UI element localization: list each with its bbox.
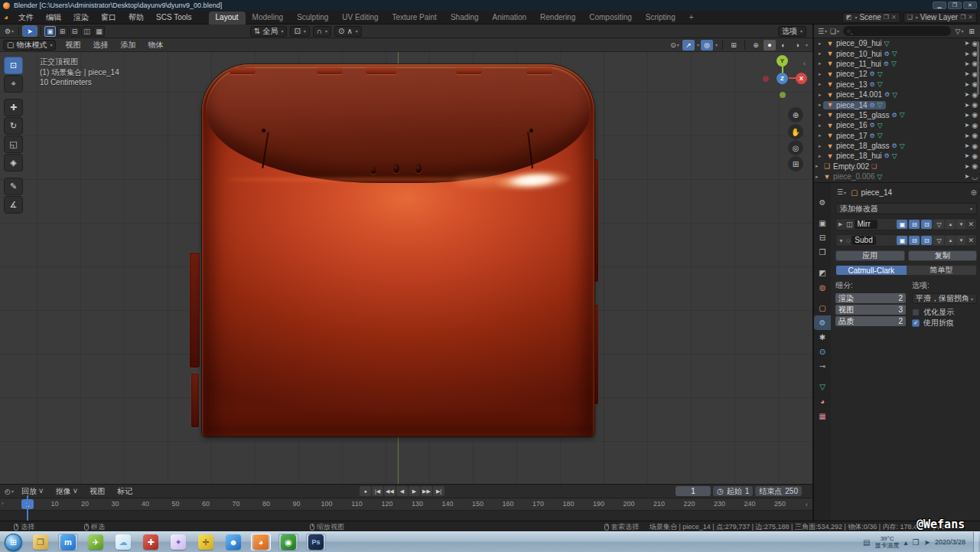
viewport-canvas[interactable]: 正交顶视图 (1) 场景集合 | piece_14 10 Centimeters…	[0, 52, 812, 484]
properties-tab-view-layer[interactable]: ❐	[814, 245, 831, 260]
display-oncage-toggle[interactable]: ▽	[933, 236, 944, 245]
outliner-row[interactable]: ▸▼piece_18_glass⚙▽➤◉	[814, 141, 980, 151]
select-mode-intersect-icon[interactable]: ▦	[93, 26, 105, 37]
play-button[interactable]: ▶	[409, 486, 420, 496]
display-editmode-toggle[interactable]: ⊡	[921, 236, 932, 245]
move-up-button[interactable]: ▲	[946, 236, 955, 245]
uv-smooth-dropdown[interactable]: 平滑，保留拐角▾	[912, 293, 977, 304]
gizmo-y-axis[interactable]: Y	[777, 55, 788, 67]
grid-ortho-icon[interactable]: ⊞	[788, 156, 803, 171]
shading-dropdown[interactable]: ▾	[806, 42, 808, 47]
transform-orientation-dropdown[interactable]: ⇅ 全局▾	[250, 26, 287, 37]
tool-move[interactable]: ✚	[4, 99, 23, 116]
outliner-row[interactable]: ▸▼piece_0.006▽➤◡	[814, 171, 980, 181]
catmull-clark-button[interactable]: Catmull-Clark	[836, 266, 907, 275]
xray-toggle[interactable]: ⊞	[728, 40, 740, 51]
zoom-icon[interactable]: ⊕	[788, 107, 803, 122]
modifier-name-field[interactable]: Subd	[851, 236, 875, 245]
tool-cursor[interactable]: ⌖	[4, 75, 23, 93]
display-realtime-toggle[interactable]: ⊟	[909, 220, 920, 229]
taskbar-qq-app[interactable]: ☻	[223, 534, 243, 550]
pan-hand-icon[interactable]: ✋	[788, 124, 803, 139]
outliner-row[interactable]: ▸▼piece_14⚙▽➤◉	[814, 100, 980, 109]
viewport-menu-view[interactable]: 视图	[59, 38, 86, 51]
selectable-toggle-icon[interactable]: ➤	[964, 163, 969, 170]
record-button[interactable]: ●	[360, 486, 371, 496]
gizmo-z-axis[interactable]: Z	[777, 73, 788, 84]
tool-annotate[interactable]: ✎	[4, 178, 23, 195]
display-oncage-toggle[interactable]: ▽	[933, 220, 944, 229]
tool-rotate[interactable]: ↻	[4, 117, 23, 135]
visibility-eye-icon[interactable]: ◉	[972, 142, 978, 150]
show-desktop-button[interactable]	[973, 532, 978, 552]
options-dropdown[interactable]: 选项▾	[778, 26, 806, 37]
properties-tab-scene[interactable]: ◩	[814, 266, 831, 280]
timeline-menu-view[interactable]: 视图	[83, 485, 111, 498]
gizmo-neg-y[interactable]	[780, 92, 786, 98]
selectable-toggle-icon[interactable]: ➤	[964, 81, 969, 88]
object-name[interactable]: piece_14.001	[836, 90, 882, 99]
properties-tab-render[interactable]: ▣	[814, 216, 831, 230]
object-name[interactable]: piece_12	[836, 70, 868, 78]
properties-tab-constraints[interactable]: ⊸	[814, 359, 831, 374]
taskbar-screenrec[interactable]: ◉	[278, 534, 298, 550]
prev-keyframe-button[interactable]: ◀◀	[384, 486, 396, 496]
shading-material-icon[interactable]: ◐	[777, 40, 790, 51]
shading-rendered-icon[interactable]: ◑	[791, 40, 803, 51]
current-frame-field[interactable]: 1	[676, 486, 711, 496]
tab-rendering[interactable]: Rendering	[533, 11, 582, 24]
selectable-toggle-icon[interactable]: ➤	[964, 70, 969, 77]
visibility-eye-icon[interactable]: ◡	[972, 173, 978, 181]
menu-file[interactable]: 文件	[12, 11, 40, 24]
selectable-toggle-icon[interactable]: ➤	[964, 102, 969, 109]
tab-sculpting[interactable]: Sculpting	[290, 11, 335, 24]
expand-arrow-icon[interactable]: ▸	[819, 112, 824, 118]
properties-tab-object-data[interactable]: ▽	[814, 380, 831, 394]
tab-layout[interactable]: Layout	[209, 11, 246, 24]
taskbar-photoshop[interactable]: Ps	[306, 534, 326, 550]
expand-arrow-icon[interactable]: ▸	[819, 153, 824, 159]
taskbar-bird-app[interactable]: ✦	[168, 534, 188, 550]
expand-arrow-icon[interactable]: ▸	[819, 71, 824, 77]
object-name[interactable]: piece_14	[836, 101, 868, 109]
navigation-gizmo[interactable]: Y Z X ⊕ ✋ ◎ ⊞	[754, 54, 812, 214]
next-keyframe-button[interactable]: ▶▶	[421, 486, 432, 496]
move-down-button[interactable]: ▼	[956, 236, 965, 245]
gizmos-toggle[interactable]: ↗	[682, 40, 695, 51]
tab-texture-paint[interactable]: Texture Paint	[386, 11, 444, 24]
visibility-eye-icon[interactable]: ◉	[972, 101, 978, 109]
taskbar-plane-app[interactable]: ✈	[86, 534, 106, 550]
jump-start-button[interactable]: |◀	[372, 486, 383, 496]
scene-selector[interactable]: ◩▾ Scene ❐ ✕	[842, 12, 900, 23]
properties-tab-modifiers[interactable]: ⚙	[814, 315, 831, 330]
tab-uv-editing[interactable]: UV Editing	[335, 11, 385, 24]
object-name[interactable]: piece_11_hui	[836, 60, 881, 68]
tool-measure[interactable]: ∡	[4, 196, 23, 214]
selectable-toggle-icon[interactable]: ➤	[964, 142, 969, 149]
object-name[interactable]: piece_15_glass	[836, 111, 890, 119]
viewport-menu-add[interactable]: 添加	[114, 38, 142, 51]
modifier-subsurf-header[interactable]: ▼ ◌ Subd ▣ ⊟ ⊡ ▽ ▲ ▼ ✕	[835, 234, 977, 247]
expand-arrow-icon[interactable]: ▸	[819, 81, 824, 87]
modifier-name-field[interactable]: Mirr	[855, 220, 877, 229]
subdiv-视图-field[interactable]: 视图3	[835, 305, 906, 315]
unlink-scene-icon[interactable]: ✕	[891, 14, 897, 21]
selectable-toggle-icon[interactable]: ➤	[964, 91, 969, 98]
checkbox-checked[interactable]: ✓	[912, 319, 920, 327]
select-mode-extend-icon[interactable]: ⊞	[57, 26, 68, 37]
menu-edit[interactable]: 编辑	[40, 11, 67, 24]
visibility-eye-icon[interactable]: ◉	[972, 162, 978, 170]
active-tool-select-box[interactable]: ➤	[22, 25, 37, 37]
select-mode-new-icon[interactable]: ▣	[44, 26, 56, 37]
display-editmode-toggle[interactable]: ⊡	[921, 220, 932, 229]
tray-input-icon[interactable]: ➤	[924, 538, 930, 547]
menu-window[interactable]: 窗口	[95, 11, 122, 24]
properties-tab-world[interactable]: ◍	[814, 280, 831, 295]
expand-arrow-icon[interactable]: ▸	[819, 41, 824, 47]
timeline-menu-keying[interactable]: 抠像 ˅	[50, 485, 84, 498]
blender-app-menu-icon[interactable]: ◕	[0, 13, 12, 21]
expand-arrow-icon[interactable]: ▸	[816, 163, 821, 169]
timeline-expand-arrow[interactable]: ›	[2, 500, 4, 507]
new-view-layer-icon[interactable]: ❐	[960, 14, 965, 21]
apply-button[interactable]: 应用	[835, 250, 905, 261]
